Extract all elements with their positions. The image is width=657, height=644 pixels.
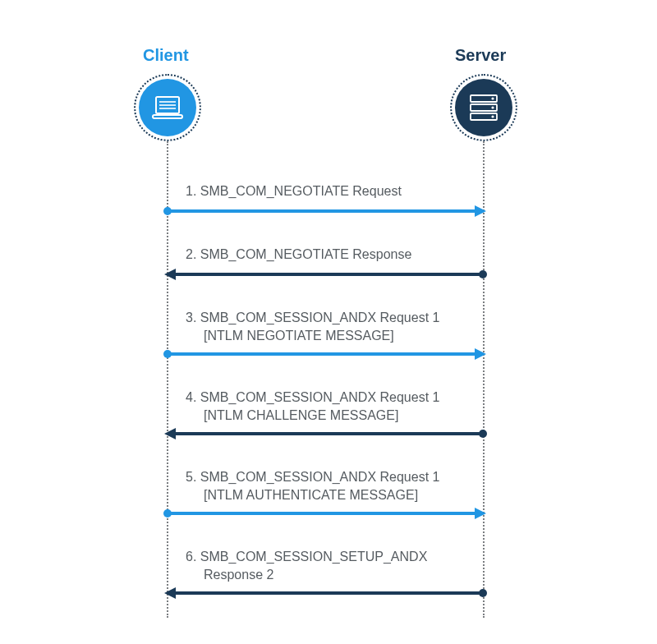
message-1-line1: 1. SMB_COM_NEGOTIATE Request: [186, 182, 473, 200]
message-4-line2: [NTLM CHALLENGE MESSAGE]: [186, 407, 473, 425]
server-actor: [450, 74, 517, 141]
message-1-arrow: [164, 204, 486, 218]
server-icon-bg: [455, 79, 512, 136]
message-1-label: 1. SMB_COM_NEGOTIATE Request: [186, 182, 473, 200]
svg-marker-13: [475, 205, 486, 217]
message-5-label: 5. SMB_COM_SESSION_ANDX Request 1 [NTLM …: [186, 468, 473, 504]
svg-rect-4: [153, 115, 182, 118]
message-3-label: 3. SMB_COM_SESSION_ANDX Request 1 [NTLM …: [186, 309, 473, 344]
message-6-line1: 6. SMB_COM_SESSION_SETUP_ANDX: [186, 548, 473, 566]
message-2-line1: 2. SMB_COM_NEGOTIATE Response: [186, 246, 473, 264]
message-2-arrow: [164, 267, 486, 282]
message-4-line1: 4. SMB_COM_SESSION_ANDX Request 1: [186, 389, 473, 407]
svg-marker-28: [164, 587, 176, 599]
svg-marker-19: [475, 348, 486, 360]
sequence-diagram: Client Server: [0, 0, 657, 644]
message-6-line2: Response 2: [186, 566, 473, 584]
svg-point-10: [491, 115, 494, 117]
message-6-arrow: [164, 586, 486, 600]
message-3-line1: 3. SMB_COM_SESSION_ANDX Request 1: [186, 309, 473, 327]
message-2-label: 2. SMB_COM_NEGOTIATE Response: [186, 246, 473, 264]
client-title: Client: [143, 46, 189, 65]
svg-marker-16: [164, 269, 176, 280]
laptop-icon: [151, 95, 184, 120]
svg-point-8: [491, 97, 494, 99]
server-icon: [467, 94, 500, 122]
svg-marker-25: [475, 508, 486, 519]
svg-marker-22: [164, 428, 176, 439]
svg-point-9: [491, 106, 494, 108]
message-3-line2: [NTLM NEGOTIATE MESSAGE]: [186, 327, 473, 345]
message-5-line1: 5. SMB_COM_SESSION_ANDX Request 1: [186, 468, 473, 486]
client-actor: [134, 74, 201, 141]
message-5-arrow: [164, 506, 486, 521]
message-4-label: 4. SMB_COM_SESSION_ANDX Request 1 [NTLM …: [186, 389, 473, 424]
message-5-line2: [NTLM AUTHENTICATE MESSAGE]: [186, 486, 473, 504]
message-4-arrow: [164, 426, 486, 441]
message-6-label: 6. SMB_COM_SESSION_SETUP_ANDX Response 2: [186, 548, 473, 583]
client-icon-bg: [139, 79, 196, 136]
server-title: Server: [455, 46, 506, 65]
message-3-arrow: [164, 347, 486, 361]
